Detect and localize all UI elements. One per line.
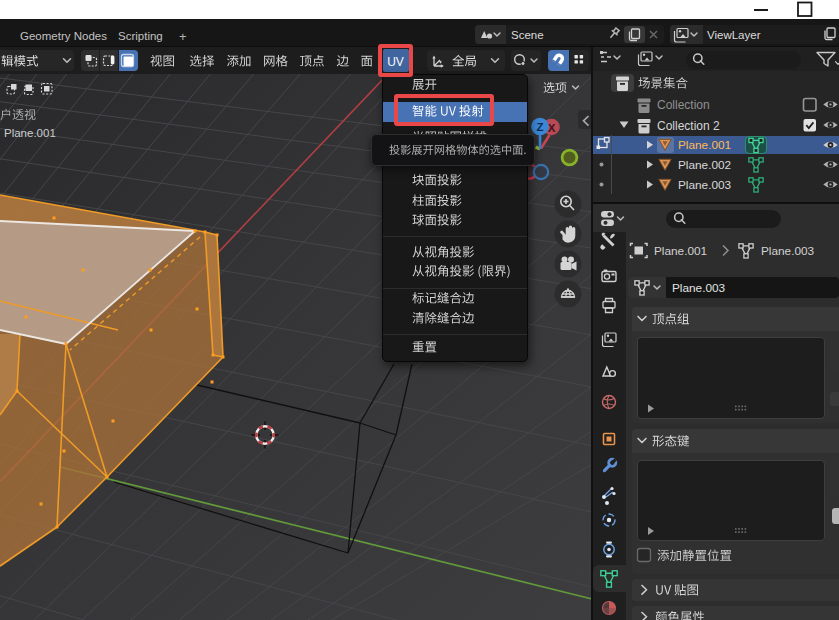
svg-text:Z: Z bbox=[536, 121, 543, 133]
svg-text:X: X bbox=[548, 122, 556, 134]
